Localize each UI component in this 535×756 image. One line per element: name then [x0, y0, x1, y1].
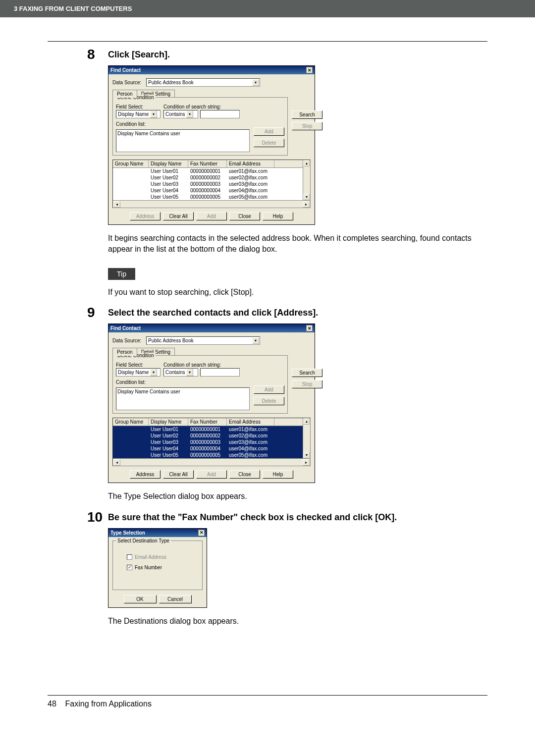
field-select-value: Display Name [116, 111, 150, 117]
top-divider [48, 41, 487, 42]
col-display[interactable]: Display Name [149, 418, 188, 426]
clear-all-button[interactable]: Clear All [163, 212, 194, 220]
horizontal-scrollbar[interactable]: ◂▸ [113, 458, 310, 466]
dialog-titlebar: Find Contact ✕ [108, 66, 315, 74]
vertical-scrollbar[interactable]: ▴▾ [303, 160, 310, 200]
scroll-right-icon[interactable]: ▸ [303, 459, 310, 466]
scroll-down-icon[interactable]: ▾ [303, 194, 310, 200]
add-condition-button[interactable]: Add [254, 127, 284, 136]
delete-condition-button[interactable]: Delete [254, 139, 284, 147]
dialog-title: Find Contact [110, 67, 141, 73]
table-row[interactable]: User User0500000000005user05@ifax.com [113, 194, 310, 200]
table-row[interactable]: User User0400000000004user04@ifax.com [113, 445, 310, 452]
address-button[interactable]: Address [130, 212, 160, 220]
stop-button[interactable]: Stop [292, 380, 322, 388]
add-button[interactable]: Add [196, 470, 227, 479]
col-fax[interactable]: Fax Number [188, 160, 227, 167]
table-row[interactable]: User User0100000000001user01@ifax.com [113, 426, 310, 432]
cond-list-label: Condition list: [116, 121, 284, 127]
vertical-scrollbar[interactable]: ▴▾ [303, 418, 310, 458]
fax-number-checkbox[interactable]: ✓ Fax Number [127, 565, 199, 570]
scroll-left-icon[interactable]: ◂ [113, 201, 120, 208]
search-button[interactable]: Search [292, 369, 322, 377]
close-icon[interactable]: ✕ [198, 530, 205, 536]
scroll-up-icon[interactable]: ▴ [303, 160, 310, 166]
table-row[interactable]: User User0300000000003user03@ifax.com [113, 181, 310, 187]
help-button[interactable]: Help [263, 212, 293, 220]
close-button[interactable]: Close [229, 470, 260, 479]
col-email[interactable]: Email Address [227, 418, 274, 426]
chevron-down-icon: ▾ [150, 369, 157, 376]
field-select[interactable]: Display Name▾ [116, 110, 160, 118]
table-row[interactable]: User User0200000000002user02@ifax.com [113, 174, 310, 181]
search-string-input[interactable] [200, 368, 240, 377]
chapter-header: 3 FAXING FROM CLIENT COMPUTERS [0, 0, 535, 17]
dialog-titlebar: Type Selection ✕ [108, 529, 207, 537]
condition-list[interactable]: Display Name Contains user [116, 129, 250, 152]
footer-section: Faxing from Applications [65, 700, 152, 708]
condition-list[interactable]: Display Name Contains user [116, 387, 250, 410]
chevron-down-icon: ▾ [150, 110, 157, 118]
field-select-label: Field Select: [116, 104, 160, 109]
table-row[interactable]: User User0100000000001user01@ifax.com [113, 168, 310, 174]
col-email[interactable]: Email Address [227, 160, 274, 167]
close-button[interactable]: Close [229, 212, 260, 220]
cond-value: Contains [164, 370, 186, 375]
step-title: Be sure that the "Fax Number" check box … [108, 511, 397, 523]
find-contact-dialog-2: Find Contact ✕ Data Source: Public Addre… [108, 324, 315, 483]
data-source-label: Data Source: [112, 338, 146, 343]
col-fax[interactable]: Fax Number [188, 418, 227, 426]
field-select-value: Display Name [116, 370, 150, 375]
table-row[interactable]: User User0400000000004user04@ifax.com [113, 187, 310, 194]
data-source-value: Public Address Book [148, 338, 194, 343]
data-source-select[interactable]: Public Address Book ▾ [146, 78, 260, 87]
field-select[interactable]: Display Name▾ [116, 368, 160, 377]
tab-person[interactable]: Person [112, 348, 137, 356]
find-contact-dialog-1: Find Contact ✕ Data Source: Public Addre… [108, 65, 315, 225]
step-number: 10 [87, 509, 108, 525]
search-string-input[interactable] [200, 110, 240, 118]
add-button[interactable]: Add [196, 212, 227, 220]
close-icon[interactable]: ✕ [306, 325, 313, 331]
close-icon[interactable]: ✕ [306, 67, 313, 73]
chevron-down-icon: ▾ [186, 110, 193, 118]
scroll-right-icon[interactable]: ▸ [303, 201, 310, 208]
type-selection-dialog: Type Selection ✕ Select Destination Type… [108, 528, 207, 608]
col-group[interactable]: Group Name [113, 160, 149, 167]
chevron-down-icon: ▾ [252, 79, 259, 86]
data-source-value: Public Address Book [148, 80, 194, 85]
step-9-description: The Type Selection dialog box appears. [108, 491, 487, 502]
scroll-up-icon[interactable]: ▴ [303, 418, 310, 425]
condition-list-item: Display Name Contains user [117, 131, 180, 136]
dialog-title: Find Contact [110, 325, 141, 331]
add-condition-button[interactable]: Add [254, 385, 284, 394]
page-footer: 48 Faxing from Applications [0, 696, 535, 708]
table-row[interactable]: User User0500000000005user05@ifax.com [113, 452, 310, 458]
email-label: Email Address [135, 554, 166, 560]
col-display[interactable]: Display Name [149, 160, 188, 167]
data-source-select[interactable]: Public Address Book ▾ [146, 336, 260, 345]
horizontal-scrollbar[interactable]: ◂▸ [113, 200, 310, 208]
cancel-button[interactable]: Cancel [159, 595, 192, 603]
scroll-down-icon[interactable]: ▾ [303, 452, 310, 458]
chevron-down-icon: ▾ [186, 369, 193, 376]
table-row[interactable]: User User0300000000003user03@ifax.com [113, 439, 310, 445]
delete-condition-button[interactable]: Delete [254, 397, 284, 405]
address-button[interactable]: Address [130, 470, 160, 479]
ok-button[interactable]: OK [124, 595, 157, 603]
condition-select[interactable]: Contains▾ [163, 368, 198, 377]
col-group[interactable]: Group Name [113, 418, 149, 426]
scroll-left-icon[interactable]: ◂ [113, 459, 120, 466]
cond-string-label: Condition of search string: [163, 104, 240, 109]
search-button[interactable]: Search [292, 110, 322, 119]
table-row[interactable]: User User0200000000002user02@ifax.com [113, 432, 310, 439]
cond-string-label: Condition of search string: [163, 362, 240, 368]
help-button[interactable]: Help [263, 470, 293, 479]
stop-button[interactable]: Stop [292, 122, 322, 130]
condition-select[interactable]: Contains▾ [163, 110, 198, 118]
email-address-checkbox[interactable]: Email Address [127, 554, 199, 560]
clear-all-button[interactable]: Clear All [163, 470, 194, 479]
tab-person[interactable]: Person [112, 90, 137, 98]
step-title: Click [Search]. [108, 49, 170, 60]
cond-value: Contains [164, 111, 186, 117]
